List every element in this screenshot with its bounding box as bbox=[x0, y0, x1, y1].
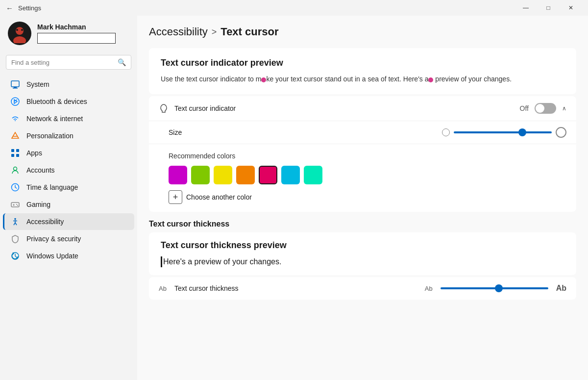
svg-rect-11 bbox=[16, 149, 19, 152]
svg-rect-6 bbox=[14, 87, 17, 88]
sidebar-label-gaming: Gaming bbox=[26, 201, 50, 208]
titlebar: ← Settings — □ ✕ bbox=[0, 0, 588, 16]
color-swatch-0[interactable] bbox=[169, 166, 187, 184]
ab-icon-right-small: Ab bbox=[425, 285, 433, 292]
search-box: 🔍 bbox=[6, 55, 131, 70]
thickness-section-heading: Text cursor thickness bbox=[149, 220, 576, 228]
sidebar-item-privacy[interactable]: Privacy & security bbox=[3, 230, 134, 247]
sidebar-label-system: System bbox=[26, 80, 49, 88]
breadcrumb: Accessibility > Text cursor bbox=[149, 25, 576, 38]
breadcrumb-separator: > bbox=[212, 27, 217, 37]
search-input[interactable] bbox=[11, 59, 114, 66]
size-large-icon bbox=[556, 127, 566, 138]
size-slider-container bbox=[442, 127, 566, 138]
sidebar-item-gaming[interactable]: Gaming bbox=[3, 196, 134, 213]
svg-rect-7 bbox=[13, 88, 18, 89]
sidebar-item-time[interactable]: Time & language bbox=[3, 179, 134, 196]
apps-icon bbox=[11, 149, 20, 157]
svg-point-4 bbox=[21, 29, 23, 31]
sidebar-item-network[interactable]: Network & internet bbox=[3, 110, 134, 127]
accounts-icon bbox=[11, 166, 20, 175]
cursor-dot-1 bbox=[261, 77, 266, 82]
sidebar-label-personalization: Personalization bbox=[26, 132, 74, 140]
app-body: Mark Hachman 🔍 System Bluetooth & device… bbox=[0, 16, 588, 380]
color-swatch-6[interactable] bbox=[304, 166, 322, 184]
color-swatch-4[interactable] bbox=[259, 166, 277, 184]
sidebar-item-bluetooth[interactable]: Bluetooth & devices bbox=[3, 93, 134, 110]
user-input-field[interactable] bbox=[37, 33, 116, 44]
sidebar-item-personalization[interactable]: Personalization bbox=[3, 127, 134, 144]
maximize-button[interactable]: □ bbox=[537, 0, 560, 16]
svg-line-24 bbox=[14, 223, 15, 225]
indicator-header-left: Text cursor indicator bbox=[159, 103, 236, 113]
svg-rect-13 bbox=[16, 154, 19, 157]
size-small-icon bbox=[442, 128, 450, 136]
color-swatches bbox=[169, 166, 566, 184]
sidebar-item-accessibility[interactable]: Accessibility bbox=[3, 213, 134, 230]
user-name: Mark Hachman bbox=[37, 23, 116, 31]
window-controls: — □ ✕ bbox=[514, 0, 582, 16]
sidebar-item-windows-update[interactable]: Windows Update bbox=[3, 248, 134, 264]
system-icon bbox=[11, 80, 20, 89]
sidebar-label-accounts: Accounts bbox=[26, 166, 55, 174]
sidebar-label-windows-update: Windows Update bbox=[26, 252, 78, 260]
indicator-section: Text cursor indicator Off ∧ Size bbox=[149, 96, 576, 212]
size-slider[interactable] bbox=[454, 131, 552, 133]
thickness-slider[interactable] bbox=[441, 287, 548, 289]
svg-line-25 bbox=[15, 223, 17, 225]
svg-point-19 bbox=[16, 204, 17, 205]
back-button[interactable]: ← bbox=[6, 4, 13, 12]
thickness-row-label: Text cursor thickness bbox=[174, 284, 417, 292]
colors-label: Recommended colors bbox=[169, 152, 566, 160]
svg-point-3 bbox=[16, 29, 18, 31]
indicator-section-header[interactable]: Text cursor indicator Off ∧ bbox=[149, 96, 576, 121]
sidebar-item-system[interactable]: System bbox=[3, 76, 134, 93]
minimize-button[interactable]: — bbox=[514, 0, 537, 16]
indicator-status: Off bbox=[520, 104, 529, 112]
color-swatch-1[interactable] bbox=[191, 166, 210, 184]
plus-icon: + bbox=[169, 190, 182, 204]
sidebar-label-network: Network & internet bbox=[26, 115, 83, 123]
cursor-indicator-shape-icon bbox=[159, 103, 169, 113]
window-title: Settings bbox=[18, 4, 41, 12]
color-swatch-5[interactable] bbox=[281, 166, 300, 184]
size-row: Size bbox=[149, 121, 576, 144]
svg-rect-16 bbox=[11, 203, 19, 207]
svg-point-8 bbox=[11, 98, 19, 105]
privacy-icon bbox=[11, 234, 20, 243]
thickness-preview-content: Here's a preview of your changes. bbox=[163, 257, 281, 266]
avatar bbox=[8, 22, 31, 45]
cursor-dot-2 bbox=[428, 77, 433, 82]
user-info: Mark Hachman bbox=[37, 23, 116, 44]
content-area: Accessibility > Text cursor Text cursor … bbox=[137, 16, 588, 380]
thickness-preview-title: Text cursor thickness preview bbox=[161, 240, 564, 251]
thickness-row: Ab Text cursor thickness Ab Ab bbox=[149, 277, 576, 300]
svg-point-14 bbox=[14, 167, 17, 171]
indicator-header-right: Off ∧ bbox=[520, 103, 566, 114]
choose-color-button[interactable]: + Choose another color bbox=[169, 190, 252, 204]
sidebar-label-bluetooth: Bluetooth & devices bbox=[26, 98, 87, 105]
ab-icon-right-large: Ab bbox=[556, 284, 566, 293]
thickness-preview-card: Text cursor thickness preview Here's a p… bbox=[149, 232, 576, 275]
svg-point-20 bbox=[17, 205, 18, 206]
user-section: Mark Hachman bbox=[0, 16, 137, 53]
indicator-toggle[interactable] bbox=[535, 103, 556, 114]
svg-rect-5 bbox=[11, 81, 19, 87]
svg-rect-10 bbox=[11, 149, 14, 152]
personalization-icon bbox=[11, 131, 20, 140]
network-icon bbox=[11, 114, 20, 123]
color-swatch-2[interactable] bbox=[214, 166, 232, 184]
svg-rect-12 bbox=[11, 154, 14, 157]
sidebar-label-time: Time & language bbox=[26, 183, 78, 191]
close-button[interactable]: ✕ bbox=[560, 0, 582, 16]
sidebar-label-accessibility: Accessibility bbox=[26, 218, 64, 226]
cursor-bar-icon bbox=[161, 256, 162, 267]
sidebar-item-apps[interactable]: Apps bbox=[3, 145, 134, 161]
sidebar-label-privacy: Privacy & security bbox=[26, 235, 81, 243]
bluetooth-icon bbox=[11, 97, 20, 106]
sidebar: Mark Hachman 🔍 System Bluetooth & device… bbox=[0, 16, 137, 380]
sidebar-item-accounts[interactable]: Accounts bbox=[3, 162, 134, 178]
sidebar-label-apps: Apps bbox=[26, 149, 42, 157]
breadcrumb-parent[interactable]: Accessibility bbox=[149, 25, 208, 38]
color-swatch-3[interactable] bbox=[236, 166, 255, 184]
